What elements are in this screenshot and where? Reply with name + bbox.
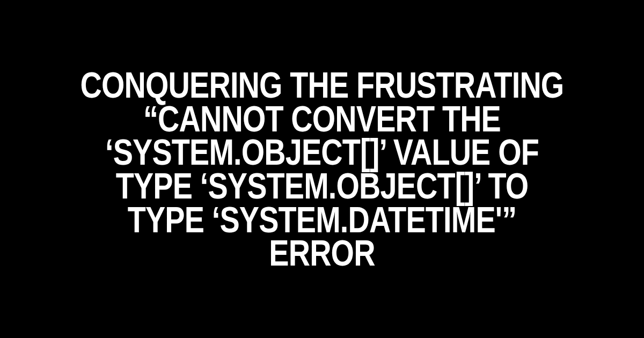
page-title: CONQUERING THE FRUSTRATING “CANNOT CONVE… [76, 68, 568, 269]
title-container: CONQUERING THE FRUSTRATING “CANNOT CONVE… [0, 68, 644, 269]
